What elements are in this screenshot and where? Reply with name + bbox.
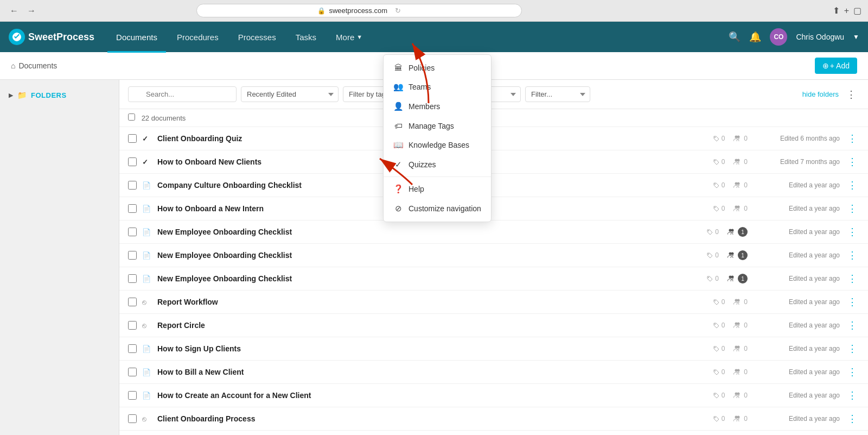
tags-count: 0 bbox=[713, 135, 725, 142]
doc-title[interactable]: Report Workflow bbox=[157, 298, 707, 306]
svg-point-0 bbox=[714, 137, 716, 138]
doc-checkbox[interactable] bbox=[128, 274, 137, 283]
nav-item-documents[interactable]: Documents bbox=[107, 28, 166, 46]
dropdown-item-label: Help bbox=[409, 185, 424, 193]
doc-title[interactable]: How to Sign Up Clients bbox=[157, 344, 707, 353]
user-name[interactable]: Chris Odogwu bbox=[796, 33, 844, 41]
tags-count: 0 bbox=[706, 275, 719, 282]
doc-checkbox[interactable] bbox=[128, 344, 137, 353]
browser-forward-button[interactable]: → bbox=[24, 5, 39, 17]
dropdown-item-knowledge-bases[interactable]: 📖 Knowledge Bases bbox=[384, 135, 491, 155]
dropdown-item-help[interactable]: ❓ Help bbox=[384, 179, 491, 199]
doc-meta: 0 0 bbox=[713, 368, 748, 376]
notification-icon[interactable]: 🔔 bbox=[749, 31, 761, 43]
doc-options-button[interactable]: ⋮ bbox=[845, 296, 859, 308]
tags-count: 0 bbox=[706, 228, 719, 236]
windows-icon[interactable]: ▢ bbox=[853, 5, 861, 16]
doc-options-button[interactable]: ⋮ bbox=[845, 413, 859, 425]
doc-type-icon: ✓ bbox=[142, 134, 152, 143]
add-button[interactable]: ⊕ + Add bbox=[815, 58, 857, 74]
doc-options-button[interactable]: ⋮ bbox=[845, 133, 859, 144]
doc-edited-time: Edited a year ago bbox=[753, 321, 840, 329]
doc-checkbox[interactable] bbox=[128, 251, 137, 260]
breadcrumb: ⌂ Documents bbox=[11, 61, 57, 70]
doc-title[interactable]: Report Circle bbox=[157, 321, 707, 330]
doc-edited-time: Edited a year ago bbox=[753, 392, 840, 399]
table-row: ✓ How to Onboard New Clients 0 0 Ed bbox=[119, 150, 868, 174]
doc-options-button[interactable]: ⋮ bbox=[845, 179, 859, 191]
browser-back-button[interactable]: ← bbox=[7, 5, 22, 17]
doc-checkbox[interactable] bbox=[128, 414, 137, 423]
doc-options-button[interactable]: ⋮ bbox=[845, 203, 859, 215]
doc-checkbox[interactable] bbox=[128, 181, 137, 190]
nav-item-tasks[interactable]: Tasks bbox=[287, 28, 325, 46]
doc-options-button[interactable]: ⋮ bbox=[845, 156, 859, 168]
dropdown-item-label: Manage Tags bbox=[409, 122, 454, 130]
doc-checkbox[interactable] bbox=[128, 391, 137, 400]
svg-point-35 bbox=[737, 393, 740, 395]
doc-checkbox[interactable] bbox=[128, 134, 137, 143]
doc-title[interactable]: New Employee Onboarding Checklist bbox=[157, 251, 701, 260]
dropdown-item-members[interactable]: 👤 Members bbox=[384, 97, 491, 116]
doc-checkbox[interactable] bbox=[128, 298, 137, 306]
doc-checkbox[interactable] bbox=[128, 228, 137, 236]
hide-folders-button[interactable]: hide folders bbox=[802, 90, 839, 98]
logo-text: SweetProcess bbox=[28, 31, 94, 43]
doc-checkbox[interactable] bbox=[128, 321, 137, 330]
svg-point-15 bbox=[708, 254, 709, 255]
nav-item-more[interactable]: More ▼ bbox=[327, 28, 371, 46]
address-bar[interactable]: 🔒 sweetprocess.com ↻ bbox=[196, 4, 522, 17]
doc-options-button[interactable]: ⋮ bbox=[845, 389, 859, 401]
avatar[interactable]: CO bbox=[770, 28, 787, 46]
doc-title[interactable]: How to Create an Account for a New Clien… bbox=[157, 391, 707, 400]
doc-options-button[interactable]: ⋮ bbox=[845, 249, 859, 261]
tags-count: 0 bbox=[713, 298, 725, 306]
more-options-button[interactable]: ⋮ bbox=[843, 87, 859, 102]
dropdown-item-teams[interactable]: 👥 Teams bbox=[384, 77, 491, 97]
search-icon[interactable]: 🔍 bbox=[729, 31, 741, 43]
share-icon[interactable]: ⬆ bbox=[833, 5, 840, 16]
doc-meta: 0 0 bbox=[713, 181, 748, 189]
dropdown-divider bbox=[384, 176, 491, 177]
user-dropdown-icon[interactable]: ▼ bbox=[853, 33, 859, 41]
recently-edited-filter[interactable]: Recently Edited bbox=[241, 86, 339, 102]
doc-options-button[interactable]: ⋮ bbox=[845, 319, 859, 331]
doc-title[interactable]: Client Onboarding Process bbox=[157, 414, 707, 423]
dropdown-item-manage-tags[interactable]: 🏷 Manage Tags bbox=[384, 116, 491, 135]
sidebar-folders-item[interactable]: ▶ 📁 FOLDERS bbox=[0, 86, 119, 104]
dropdown-item-policies[interactable]: 🏛 Policies bbox=[384, 58, 491, 77]
filter-other[interactable]: Filter... bbox=[525, 86, 590, 102]
manage-tags-icon: 🏷 bbox=[393, 121, 403, 130]
table-row: 📄 How to Bill a New Client 0 0 Edi bbox=[119, 361, 868, 384]
browser-actions: ⬆ + ▢ bbox=[833, 5, 861, 16]
svg-point-17 bbox=[731, 253, 734, 255]
new-tab-icon[interactable]: + bbox=[844, 6, 849, 16]
doc-checkbox[interactable] bbox=[128, 368, 137, 376]
tags-count: 0 bbox=[713, 321, 725, 329]
doc-title[interactable]: New Employee Onboarding Checklist bbox=[157, 228, 701, 236]
doc-checkbox[interactable] bbox=[128, 204, 137, 213]
doc-title[interactable]: New Employee Onboarding Checklist bbox=[157, 274, 701, 283]
dropdown-item-quizzes[interactable]: ✓ Quizzes bbox=[384, 155, 491, 174]
breadcrumb-label: Documents bbox=[18, 61, 57, 70]
nav-item-processes[interactable]: Processes bbox=[229, 28, 285, 46]
svg-point-32 bbox=[737, 369, 740, 372]
doc-options-button[interactable]: ⋮ bbox=[845, 226, 859, 238]
doc-edited-time: Edited 6 months ago bbox=[753, 135, 840, 142]
svg-point-12 bbox=[708, 230, 709, 231]
doc-checkbox[interactable] bbox=[128, 157, 137, 166]
svg-point-27 bbox=[714, 347, 716, 348]
dropdown-item-customize-nav[interactable]: ⊘ Customize navigation bbox=[384, 199, 491, 218]
doc-edited-time: Edited a year ago bbox=[753, 205, 840, 212]
doc-meta: 0 0 bbox=[713, 205, 748, 212]
nav-item-procedures[interactable]: Procedures bbox=[168, 28, 227, 46]
doc-options-button[interactable]: ⋮ bbox=[845, 273, 859, 285]
select-all-checkbox[interactable] bbox=[128, 114, 135, 121]
doc-options-button[interactable]: ⋮ bbox=[845, 343, 859, 355]
logo[interactable]: SweetProcess bbox=[9, 29, 94, 45]
refresh-icon: ↻ bbox=[395, 7, 401, 15]
doc-title[interactable]: How to Bill a New Client bbox=[157, 368, 707, 376]
doc-options-button[interactable]: ⋮ bbox=[845, 366, 859, 378]
search-input[interactable] bbox=[128, 86, 237, 102]
svg-point-33 bbox=[714, 394, 716, 395]
